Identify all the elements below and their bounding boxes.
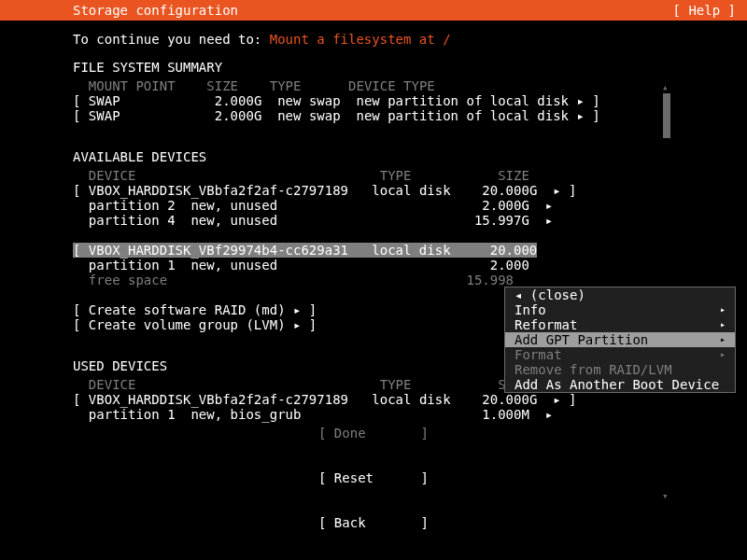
menu-format: Format▸	[505, 347, 735, 362]
context-menu: ◂ (close) Info▸ Reformat▸ Add GPT Partit…	[504, 287, 736, 393]
instruction-line: To continue you need to: Mount a filesys…	[73, 32, 674, 47]
mount-root-link[interactable]: Mount a filesystem at /	[270, 32, 451, 47]
partition-row[interactable]: partition 1 new, unused 2.000	[73, 258, 674, 273]
device-row-selected[interactable]: [ VBOX_HARDDISK_VBf29974b4-cc629a31 loca…	[73, 243, 674, 258]
help-button[interactable]: [ Help ]	[673, 3, 736, 18]
back-button[interactable]: [ Back ]	[0, 515, 747, 530]
menu-info[interactable]: Info▸	[505, 302, 735, 317]
scrollbar-thumb[interactable]	[663, 93, 670, 138]
menu-remove-raid-lvm: Remove from RAID/LVM	[505, 362, 735, 377]
footer-buttons: [ Done ] [ Reset ] [ Back ]	[0, 396, 747, 545]
free-space-row: free space 15.998	[73, 273, 674, 287]
chevron-right-icon: ▸	[720, 332, 726, 347]
fs-summary-title: FILE SYSTEM SUMMARY	[73, 60, 674, 75]
menu-reformat[interactable]: Reformat▸	[505, 317, 735, 332]
available-devices-title: AVAILABLE DEVICES	[73, 149, 674, 164]
avail-columns: DEVICE TYPE SIZE	[73, 168, 674, 183]
chevron-right-icon: ▸	[720, 317, 726, 332]
device-row[interactable]: [ VBOX_HARDDISK_VBbfa2f2af-c2797189 loca…	[73, 183, 674, 198]
reset-button[interactable]: [ Reset ]	[0, 470, 747, 485]
chevron-right-icon: ▸	[720, 347, 726, 362]
chevron-right-icon: ▸	[720, 302, 726, 317]
partition-row[interactable]: partition 2 new, unused 2.000G ▸	[73, 198, 674, 213]
fs-row[interactable]: [ SWAP 2.000G new swap new partition of …	[73, 108, 674, 123]
partition-row[interactable]: partition 4 new, unused 15.997G ▸	[73, 213, 674, 228]
menu-add-boot-device[interactable]: Add As Another Boot Device	[505, 377, 735, 392]
page-title: Storage configuration	[73, 3, 238, 18]
done-button: [ Done ]	[0, 426, 747, 441]
fs-row[interactable]: [ SWAP 2.000G new swap new partition of …	[73, 93, 674, 108]
fs-summary-columns: MOUNT POINT SIZE TYPE DEVICE TYPE	[73, 78, 674, 93]
title-bar: Storage configuration [ Help ]	[0, 0, 747, 21]
menu-close[interactable]: ◂ (close)	[505, 287, 735, 302]
menu-add-gpt-partition[interactable]: Add GPT Partition▸	[505, 332, 735, 347]
